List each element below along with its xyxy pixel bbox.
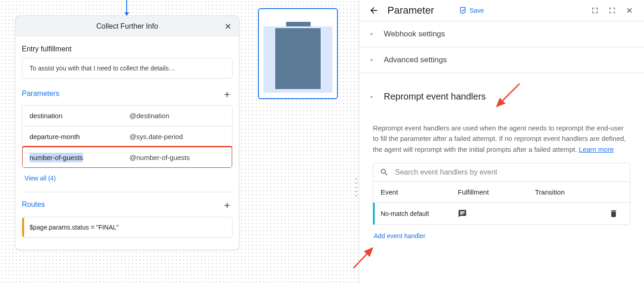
page-card-header: Collect Further Info xyxy=(15,16,239,37)
view-all-link[interactable]: View all (4) xyxy=(22,168,59,189)
entry-fulfillment-label: Entry fulfillment xyxy=(22,42,233,58)
parameter-type: @sys.date-period xyxy=(129,133,183,140)
route-row[interactable]: $page.params.status = "FINAL" xyxy=(22,217,232,237)
arrow-left-icon xyxy=(369,5,379,15)
parameter-row-selected[interactable]: number-of-guests @number-of-guests xyxy=(22,147,232,168)
parameters-section: Parameters destination @destination depa… xyxy=(15,81,239,192)
event-name: No-match default xyxy=(381,210,458,217)
parameter-name: departure-month xyxy=(30,133,129,140)
expand-icon[interactable] xyxy=(590,5,600,16)
save-label: Save xyxy=(470,7,484,14)
minimap[interactable] xyxy=(258,8,338,99)
close-icon[interactable] xyxy=(223,21,233,32)
parameter-type: @number-of-guests xyxy=(129,154,190,161)
add-parameter-button[interactable] xyxy=(222,89,233,100)
route-expression: $page.params.status = "FINAL" xyxy=(30,224,119,231)
flow-canvas[interactable]: Collect Further Info Entry fulfillment T… xyxy=(0,0,359,285)
chevron-up-icon xyxy=(368,94,376,100)
panel-body: Webhook settings Advanced settings Repro… xyxy=(359,21,644,247)
entry-fulfillment-box[interactable]: To assist you with that I need to collec… xyxy=(22,58,233,79)
parameter-type: @destination xyxy=(129,112,169,120)
accordion-title: Advanced settings xyxy=(384,55,447,65)
table-header: Event Fulfillment Transition xyxy=(373,182,630,203)
parameter-name: destination xyxy=(30,112,129,120)
close-icon xyxy=(625,6,634,15)
panel-header: Parameter Save xyxy=(359,0,644,21)
col-event: Event xyxy=(381,188,458,196)
panel-title: Parameter xyxy=(387,5,434,16)
close-panel-button[interactable] xyxy=(624,5,635,16)
parameter-name: number-of-guests xyxy=(30,154,129,161)
event-handler-row[interactable]: No-match default xyxy=(373,203,630,225)
panel-resize-handle[interactable] xyxy=(356,178,357,196)
search-input[interactable] xyxy=(395,168,624,176)
save-icon xyxy=(459,6,467,15)
routes-section: Routes $page.params.status = "FINAL" xyxy=(15,192,239,250)
flow-connector xyxy=(126,0,127,15)
advanced-settings-accordion[interactable]: Advanced settings xyxy=(359,47,644,73)
delete-handler-button[interactable] xyxy=(609,209,623,218)
parameter-row[interactable]: destination @destination xyxy=(22,105,232,126)
trash-icon xyxy=(609,209,618,218)
reprompt-section: Reprompt event handlers are used when th… xyxy=(359,110,644,247)
routes-label[interactable]: Routes xyxy=(22,198,45,213)
route-list: $page.params.status = "FINAL" xyxy=(22,217,233,238)
col-transition: Transition xyxy=(535,188,609,196)
entry-fulfillment-section: Entry fulfillment To assist you with tha… xyxy=(15,37,239,79)
active-indicator xyxy=(373,203,375,225)
page-card[interactable]: Collect Further Info Entry fulfillment T… xyxy=(15,15,239,250)
back-button[interactable] xyxy=(368,5,379,16)
plus-icon xyxy=(223,201,232,210)
reprompt-description: Reprompt event handlers are used when th… xyxy=(373,114,630,163)
save-button[interactable]: Save xyxy=(459,6,484,15)
route-color-bar xyxy=(22,217,24,237)
parameter-list: destination @destination departure-month… xyxy=(22,105,233,168)
accordion-title: Webhook settings xyxy=(384,30,445,39)
parameter-panel: Parameter Save Webhook settings xyxy=(359,0,644,285)
page-title: Collect Further Info xyxy=(96,22,158,30)
minimap-shape xyxy=(275,28,321,89)
message-icon xyxy=(458,209,467,218)
webhook-settings-accordion[interactable]: Webhook settings xyxy=(359,21,644,47)
search-icon xyxy=(380,168,389,177)
parameter-row[interactable]: departure-month @sys.date-period xyxy=(22,126,232,147)
event-handler-table: Event Fulfillment Transition No-match de… xyxy=(373,182,630,225)
learn-more-link[interactable]: Learn more xyxy=(579,145,614,153)
parameters-label[interactable]: Parameters xyxy=(22,87,59,102)
accordion-title: Reprompt event handlers xyxy=(384,91,486,102)
add-event-handler-button[interactable]: Add event handler xyxy=(373,225,426,247)
fulfillment-cell xyxy=(458,209,535,218)
reprompt-accordion[interactable]: Reprompt event handlers xyxy=(359,73,644,110)
collapse-icon[interactable] xyxy=(607,5,618,16)
chevron-down-icon xyxy=(368,57,376,63)
entry-fulfillment-text: To assist you with that I need to collec… xyxy=(30,65,175,72)
chevron-down-icon xyxy=(368,31,376,37)
col-fulfillment: Fulfillment xyxy=(458,188,535,196)
add-route-button[interactable] xyxy=(222,200,233,211)
plus-icon xyxy=(223,90,232,99)
event-handler-search[interactable] xyxy=(373,163,630,182)
